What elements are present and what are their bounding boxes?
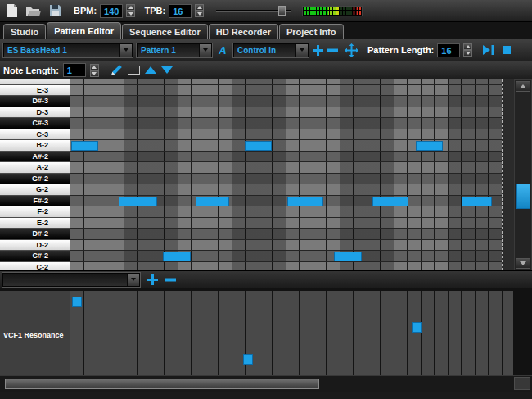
pencil-tool-icon[interactable] bbox=[110, 64, 123, 76]
piano-key[interactable]: D-3 bbox=[0, 107, 70, 119]
piano-key[interactable]: B-2 bbox=[0, 140, 70, 152]
master-volume-slider[interactable] bbox=[216, 4, 291, 17]
grid-row[interactable] bbox=[70, 174, 502, 185]
new-file-icon[interactable] bbox=[2, 2, 20, 19]
tab-project-info[interactable]: Project Info bbox=[279, 24, 344, 39]
rename-pattern-button[interactable]: A bbox=[216, 44, 229, 57]
piano-key[interactable]: D-2 bbox=[0, 240, 70, 252]
pattern-length-value-field[interactable]: 16 bbox=[438, 44, 459, 57]
piano-key[interactable]: E-2 bbox=[0, 218, 70, 229]
controller-select[interactable] bbox=[2, 273, 140, 287]
transpose-up-icon[interactable] bbox=[145, 66, 156, 74]
pattern-select[interactable]: Pattern 1 bbox=[137, 43, 212, 57]
move-pattern-icon[interactable] bbox=[345, 43, 358, 57]
save-file-icon[interactable] bbox=[47, 2, 65, 19]
note-block[interactable] bbox=[416, 141, 443, 151]
grid-row[interactable] bbox=[70, 251, 502, 262]
automation-grid[interactable] bbox=[70, 291, 513, 375]
vertical-scrollbar[interactable] bbox=[514, 79, 532, 270]
select-tool-icon[interactable] bbox=[128, 66, 140, 75]
grid-row[interactable] bbox=[70, 229, 502, 240]
remove-pattern-icon[interactable] bbox=[327, 45, 338, 56]
piano-key[interactable]: C-2 bbox=[0, 262, 70, 271]
tpb-spin-up-button[interactable] bbox=[195, 4, 204, 11]
vertical-scrollbar-thumb[interactable] bbox=[516, 184, 530, 209]
add-controller-icon[interactable] bbox=[147, 274, 158, 285]
piano-key[interactable]: A-2 bbox=[0, 162, 70, 174]
piano-key[interactable]: C-3 bbox=[0, 129, 70, 141]
grid-row[interactable] bbox=[70, 262, 502, 271]
pattern-length-spin-up-button[interactable] bbox=[463, 43, 472, 50]
grid-row[interactable] bbox=[70, 118, 502, 129]
grid-row[interactable] bbox=[70, 206, 502, 218]
bpm-value-field[interactable]: 140 bbox=[101, 5, 122, 17]
chevron-down-icon bbox=[203, 48, 208, 52]
note-block[interactable] bbox=[462, 197, 492, 206]
note-block[interactable] bbox=[71, 141, 98, 151]
tpb-spin-down-button[interactable] bbox=[195, 11, 204, 17]
grid-row[interactable] bbox=[70, 129, 502, 141]
note-length-label: Note Length: bbox=[3, 66, 59, 75]
scroll-down-button[interactable] bbox=[516, 258, 530, 269]
tab-sequence-editor[interactable]: Sequence Editor bbox=[122, 24, 208, 39]
control-in-select-value: Control In bbox=[234, 46, 295, 55]
control-in-select-arrow-button[interactable] bbox=[295, 44, 308, 57]
note-block[interactable] bbox=[372, 197, 408, 206]
note-block[interactable] bbox=[119, 197, 157, 206]
horizontal-scrollbar-thumb[interactable] bbox=[5, 379, 319, 389]
automation-point[interactable] bbox=[243, 354, 253, 365]
note-block[interactable] bbox=[245, 141, 272, 151]
tab-pattern-editor[interactable]: Pattern Editor bbox=[47, 22, 121, 39]
grid-row[interactable] bbox=[70, 240, 502, 252]
grid-row[interactable] bbox=[70, 162, 502, 174]
grid-row[interactable] bbox=[70, 96, 502, 107]
piano-key[interactable]: G-2 bbox=[0, 184, 70, 196]
grid-row[interactable] bbox=[70, 218, 502, 229]
tab-hd-recorder[interactable]: HD Recorder bbox=[209, 24, 278, 39]
slider-thumb[interactable] bbox=[278, 6, 286, 16]
grid-row[interactable] bbox=[70, 107, 502, 119]
tabs-container: StudioPattern EditorSequence EditorHD Re… bbox=[3, 22, 345, 39]
instrument-select[interactable]: ES BassHead 1 bbox=[3, 43, 133, 57]
note-length-spin-down-button[interactable] bbox=[90, 70, 99, 77]
piano-key[interactable]: C#-3 bbox=[0, 118, 70, 129]
scroll-up-button[interactable] bbox=[516, 81, 530, 92]
tpb-value-field[interactable]: 16 bbox=[169, 5, 191, 17]
note-block[interactable] bbox=[163, 252, 191, 261]
piano-key[interactable]: F-2 bbox=[0, 206, 70, 218]
grid-row[interactable] bbox=[70, 85, 502, 97]
play-pattern-button[interactable] bbox=[483, 45, 495, 55]
remove-controller-icon[interactable] bbox=[165, 274, 176, 285]
piano-key[interactable]: E-3 bbox=[0, 85, 70, 97]
automation-point[interactable] bbox=[72, 297, 82, 307]
transpose-down-icon[interactable] bbox=[161, 66, 173, 74]
automation-point[interactable] bbox=[412, 322, 422, 333]
piano-key[interactable]: C#-2 bbox=[0, 251, 70, 262]
control-in-select[interactable]: Control In bbox=[233, 43, 309, 57]
note-block[interactable] bbox=[287, 197, 323, 206]
grid-row[interactable] bbox=[70, 152, 502, 163]
controller-select-arrow-button[interactable] bbox=[127, 274, 139, 286]
pattern-select-arrow-button[interactable] bbox=[199, 44, 211, 57]
piano-key[interactable]: D#-2 bbox=[0, 229, 70, 240]
piano-key[interactable]: F#-2 bbox=[0, 196, 70, 207]
stop-pattern-button[interactable] bbox=[503, 46, 511, 54]
instrument-select-arrow-button[interactable] bbox=[119, 44, 132, 57]
grid-row[interactable] bbox=[70, 184, 502, 196]
horizontal-scrollbar[interactable] bbox=[0, 375, 532, 392]
piano-key[interactable]: A#-2 bbox=[0, 152, 70, 163]
tab-studio[interactable]: Studio bbox=[3, 24, 46, 39]
note-length-value-field[interactable]: 1 bbox=[64, 64, 85, 76]
note-block[interactable] bbox=[196, 197, 229, 206]
note-block[interactable] bbox=[334, 252, 362, 261]
note-grid[interactable] bbox=[70, 79, 502, 270]
pattern-length-spin-down-button[interactable] bbox=[463, 50, 472, 57]
bpm-spin-up-button[interactable] bbox=[126, 4, 135, 11]
piano-key-label: C#-2 bbox=[32, 252, 48, 260]
bpm-spin-down-button[interactable] bbox=[126, 11, 135, 17]
open-file-icon[interactable] bbox=[25, 2, 43, 19]
piano-key[interactable]: G#-2 bbox=[0, 174, 70, 185]
add-pattern-icon[interactable] bbox=[313, 45, 323, 56]
note-length-spin-up-button[interactable] bbox=[90, 64, 99, 70]
piano-key[interactable]: D#-3 bbox=[0, 96, 70, 107]
